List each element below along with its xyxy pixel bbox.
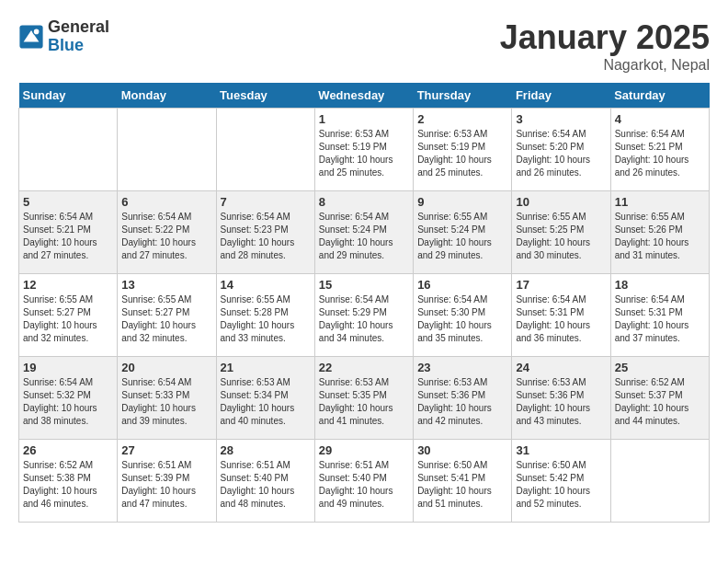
day-number: 11 [615, 195, 705, 209]
day-info: Sunrise: 6:54 AMSunset: 5:31 PMDaylight:… [615, 293, 705, 345]
calendar-day-cell: 16Sunrise: 6:54 AMSunset: 5:30 PMDayligh… [414, 274, 512, 357]
day-number: 13 [121, 278, 211, 292]
day-number: 26 [23, 443, 113, 457]
day-info: Sunrise: 6:51 AMSunset: 5:40 PMDaylight:… [221, 459, 311, 511]
calendar-day-cell: 10Sunrise: 6:55 AMSunset: 5:25 PMDayligh… [512, 191, 610, 274]
calendar-table: SundayMondayTuesdayWednesdayThursdayFrid… [18, 83, 710, 523]
calendar-day-cell: 31Sunrise: 6:50 AMSunset: 5:42 PMDayligh… [512, 440, 610, 523]
weekday-header: Sunday [19, 83, 118, 109]
calendar-day-cell: 2Sunrise: 6:53 AMSunset: 5:19 PMDaylight… [414, 109, 512, 191]
day-info: Sunrise: 6:54 AMSunset: 5:22 PMDaylight:… [121, 211, 211, 262]
day-number: 21 [221, 361, 311, 374]
calendar-day-cell: 22Sunrise: 6:53 AMSunset: 5:35 PMDayligh… [314, 357, 413, 440]
day-info: Sunrise: 6:54 AMSunset: 5:24 PMDaylight:… [319, 211, 409, 262]
calendar-day-cell: 12Sunrise: 6:55 AMSunset: 5:27 PMDayligh… [19, 274, 118, 357]
day-info: Sunrise: 6:54 AMSunset: 5:33 PMDaylight:… [121, 376, 211, 428]
day-number: 7 [221, 195, 311, 209]
page-header: General Blue January 2025 Nagarkot, Nepa… [18, 18, 710, 74]
day-info: Sunrise: 6:54 AMSunset: 5:23 PMDaylight:… [221, 211, 311, 262]
day-info: Sunrise: 6:54 AMSunset: 5:31 PMDaylight:… [516, 293, 606, 345]
day-info: Sunrise: 6:53 AMSunset: 5:36 PMDaylight:… [516, 376, 606, 428]
day-info: Sunrise: 6:54 AMSunset: 5:29 PMDaylight:… [319, 293, 409, 345]
location-text: Nagarkot, Nepal [500, 57, 710, 74]
day-number: 19 [23, 361, 113, 374]
weekday-header: Thursday [414, 83, 512, 109]
day-info: Sunrise: 6:53 AMSunset: 5:19 PMDaylight:… [417, 128, 507, 179]
calendar-day-cell: 15Sunrise: 6:54 AMSunset: 5:29 PMDayligh… [314, 274, 413, 357]
calendar-day-cell: 28Sunrise: 6:51 AMSunset: 5:40 PMDayligh… [216, 440, 314, 523]
calendar-day-cell: 18Sunrise: 6:54 AMSunset: 5:31 PMDayligh… [610, 274, 709, 357]
calendar-day-cell: 29Sunrise: 6:51 AMSunset: 5:40 PMDayligh… [314, 440, 413, 523]
calendar-day-cell: 3Sunrise: 6:54 AMSunset: 5:20 PMDaylight… [512, 109, 610, 191]
day-info: Sunrise: 6:52 AMSunset: 5:38 PMDaylight:… [23, 459, 113, 511]
day-info: Sunrise: 6:54 AMSunset: 5:30 PMDaylight:… [417, 293, 507, 345]
day-info: Sunrise: 6:53 AMSunset: 5:19 PMDaylight:… [319, 128, 409, 179]
day-info: Sunrise: 6:54 AMSunset: 5:21 PMDaylight:… [615, 128, 705, 179]
day-info: Sunrise: 6:55 AMSunset: 5:24 PMDaylight:… [417, 211, 507, 262]
day-number: 29 [319, 443, 409, 457]
calendar-day-cell: 23Sunrise: 6:53 AMSunset: 5:36 PMDayligh… [414, 357, 512, 440]
day-info: Sunrise: 6:54 AMSunset: 5:20 PMDaylight:… [516, 128, 606, 179]
calendar-day-cell: 21Sunrise: 6:53 AMSunset: 5:34 PMDayligh… [216, 357, 314, 440]
day-number: 14 [221, 278, 311, 292]
day-number: 28 [221, 443, 311, 457]
calendar-day-cell: 8Sunrise: 6:54 AMSunset: 5:24 PMDaylight… [314, 191, 413, 274]
calendar-day-cell [216, 109, 314, 191]
calendar-day-cell: 24Sunrise: 6:53 AMSunset: 5:36 PMDayligh… [512, 357, 610, 440]
calendar-day-cell: 25Sunrise: 6:52 AMSunset: 5:37 PMDayligh… [610, 357, 709, 440]
calendar-week-row: 1Sunrise: 6:53 AMSunset: 5:19 PMDaylight… [19, 109, 710, 191]
day-info: Sunrise: 6:50 AMSunset: 5:42 PMDaylight:… [516, 459, 606, 511]
day-number: 17 [516, 278, 606, 292]
calendar-day-cell: 19Sunrise: 6:54 AMSunset: 5:32 PMDayligh… [19, 357, 118, 440]
calendar-day-cell: 20Sunrise: 6:54 AMSunset: 5:33 PMDayligh… [118, 357, 216, 440]
calendar-day-cell: 4Sunrise: 6:54 AMSunset: 5:21 PMDaylight… [610, 109, 709, 191]
day-info: Sunrise: 6:54 AMSunset: 5:21 PMDaylight:… [23, 211, 113, 262]
day-number: 5 [23, 195, 113, 209]
day-info: Sunrise: 6:53 AMSunset: 5:36 PMDaylight:… [417, 376, 507, 428]
day-number: 31 [516, 443, 606, 457]
day-number: 27 [121, 443, 211, 457]
calendar-week-row: 12Sunrise: 6:55 AMSunset: 5:27 PMDayligh… [19, 274, 710, 357]
day-info: Sunrise: 6:55 AMSunset: 5:25 PMDaylight:… [516, 211, 606, 262]
calendar-header-row: SundayMondayTuesdayWednesdayThursdayFrid… [19, 83, 710, 109]
weekday-header: Friday [512, 83, 610, 109]
calendar-day-cell [118, 109, 216, 191]
calendar-day-cell: 17Sunrise: 6:54 AMSunset: 5:31 PMDayligh… [512, 274, 610, 357]
title-block: January 2025 Nagarkot, Nepal [500, 18, 710, 74]
day-number: 24 [516, 361, 606, 374]
day-number: 15 [319, 278, 409, 292]
day-info: Sunrise: 6:52 AMSunset: 5:37 PMDaylight:… [615, 376, 705, 428]
calendar-day-cell [610, 440, 709, 523]
day-number: 9 [417, 195, 507, 209]
weekday-header: Tuesday [216, 83, 314, 109]
calendar-day-cell: 1Sunrise: 6:53 AMSunset: 5:19 PMDaylight… [314, 109, 413, 191]
day-number: 22 [319, 361, 409, 374]
day-number: 18 [615, 278, 705, 292]
calendar-week-row: 26Sunrise: 6:52 AMSunset: 5:38 PMDayligh… [19, 440, 710, 523]
day-info: Sunrise: 6:50 AMSunset: 5:41 PMDaylight:… [417, 459, 507, 511]
day-info: Sunrise: 6:51 AMSunset: 5:40 PMDaylight:… [319, 459, 409, 511]
weekday-header: Saturday [610, 83, 709, 109]
calendar-day-cell: 5Sunrise: 6:54 AMSunset: 5:21 PMDaylight… [19, 191, 118, 274]
day-number: 10 [516, 195, 606, 209]
day-number: 25 [615, 361, 705, 374]
calendar-day-cell: 11Sunrise: 6:55 AMSunset: 5:26 PMDayligh… [610, 191, 709, 274]
calendar-day-cell: 6Sunrise: 6:54 AMSunset: 5:22 PMDaylight… [118, 191, 216, 274]
calendar-day-cell: 27Sunrise: 6:51 AMSunset: 5:39 PMDayligh… [118, 440, 216, 523]
day-info: Sunrise: 6:55 AMSunset: 5:28 PMDaylight:… [221, 293, 311, 345]
day-info: Sunrise: 6:55 AMSunset: 5:27 PMDaylight:… [23, 293, 113, 345]
weekday-header: Monday [118, 83, 216, 109]
day-number: 23 [417, 361, 507, 374]
logo-blue-text: Blue [48, 37, 109, 55]
day-number: 8 [319, 195, 409, 209]
logo-icon [18, 24, 44, 50]
day-info: Sunrise: 6:55 AMSunset: 5:27 PMDaylight:… [121, 293, 211, 345]
day-number: 12 [23, 278, 113, 292]
calendar-day-cell: 14Sunrise: 6:55 AMSunset: 5:28 PMDayligh… [216, 274, 314, 357]
day-number: 1 [319, 112, 409, 126]
calendar-day-cell: 9Sunrise: 6:55 AMSunset: 5:24 PMDaylight… [414, 191, 512, 274]
day-number: 4 [615, 112, 705, 126]
logo-text: General Blue [48, 18, 109, 55]
calendar-day-cell [19, 109, 118, 191]
logo-general-text: General [48, 18, 109, 37]
